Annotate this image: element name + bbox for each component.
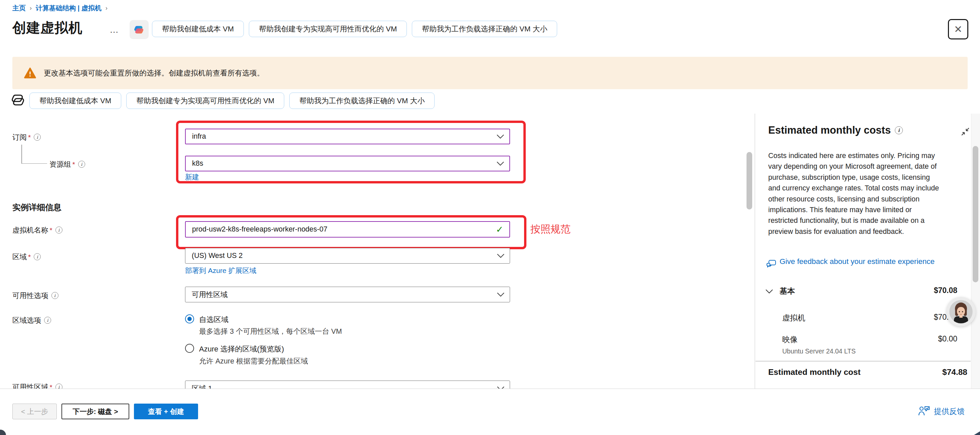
edge-zone-link[interactable]: 部署到 Azure 扩展区域 [185, 266, 256, 275]
cost-panel-scrollbar[interactable] [973, 146, 978, 282]
info-icon[interactable]: i [56, 384, 62, 389]
resource-group-dropdown[interactable]: k8s [185, 156, 510, 171]
copilot-button[interactable] [130, 20, 149, 39]
previous-step-button[interactable]: < 上一步 [12, 403, 57, 419]
suggestion-right-vm-size[interactable]: 帮助我为工作负载选择正确的 VM 大小 [289, 92, 434, 109]
breadcrumb-section-link[interactable]: 计算基础结构 | 虚拟机 [36, 4, 102, 13]
chevron-down-icon[interactable] [765, 289, 773, 294]
required-mark: * [73, 160, 75, 168]
resource-group-label: 资源组 * i [49, 159, 85, 169]
panel-divider [754, 113, 755, 389]
chevron-down-icon [497, 386, 504, 389]
availability-options-label: 可用性选项 i [12, 291, 59, 300]
required-mark: * [50, 226, 52, 234]
info-icon[interactable]: i [78, 161, 85, 168]
estimate-feedback-link[interactable]: Give feedback about your estimate experi… [780, 256, 937, 267]
info-icon[interactable]: i [44, 317, 51, 324]
breadcrumb-separator: › [30, 5, 32, 12]
instance-details-heading: 实例详细信息 [12, 202, 62, 213]
more-menu-button[interactable]: … [110, 25, 119, 35]
availability-zone-label: 可用性区域 * i [12, 382, 62, 389]
radio-self-selected-zone[interactable] [185, 314, 194, 323]
suggestion-low-cost-vm[interactable]: 帮助我创建低成本 VM [29, 92, 121, 109]
cost-total-amount: $74.88 [899, 368, 967, 377]
cost-total-divider [756, 361, 970, 362]
create-new-resource-group-link[interactable]: 新建 [185, 172, 199, 182]
radio-azure-selected-zone-desc: 允许 Azure 根据需要分配最佳区域 [199, 356, 308, 366]
vm-name-input[interactable]: prod-usw2-k8s-freeleaps-worker-nodes-07 … [185, 221, 510, 237]
required-mark: * [28, 133, 31, 141]
cost-panel-description: Costs indicated here are estimates only.… [768, 150, 942, 237]
assistant-avatar[interactable] [946, 297, 976, 327]
chevron-down-icon [497, 161, 504, 166]
suggestion-high-availability-vm[interactable]: 帮助我创建专为实现高可用性而优化的 VM [126, 92, 284, 109]
copilot-icon [133, 24, 145, 36]
region-label-text: 区域 [12, 252, 27, 261]
info-icon[interactable]: i [51, 292, 59, 299]
region-value: (US) West US 2 [192, 252, 243, 260]
required-mark: * [28, 253, 31, 261]
info-icon[interactable]: i [34, 134, 41, 141]
availability-options-dropdown[interactable]: 可用性区域 [185, 287, 510, 302]
breadcrumb-home-link[interactable]: 主页 [12, 4, 26, 13]
info-icon[interactable]: i [34, 253, 41, 260]
resource-group-value: k8s [192, 159, 203, 168]
info-icon[interactable]: i [56, 226, 62, 234]
subscription-label-text: 订阅 [12, 132, 27, 142]
cost-panel-title-text: Estimated monthly costs [768, 124, 891, 136]
availability-zone-dropdown[interactable]: 区域 1 [185, 381, 510, 389]
header-suggestions: 帮助我创建低成本 VM 帮助我创建专为实现高可用性而优化的 VM 帮助我为工作负… [152, 21, 557, 37]
availability-zone-value: 区域 1 [192, 384, 212, 389]
info-icon[interactable]: i [895, 126, 903, 134]
availability-options-label-text: 可用性选项 [12, 291, 48, 300]
body-suggestions: 帮助我创建低成本 VM 帮助我创建专为实现高可用性而优化的 VM 帮助我为工作负… [29, 92, 434, 109]
tree-connector-horizontal [21, 163, 47, 164]
chevron-down-icon [497, 292, 504, 297]
footer-bar: < 上一步 下一步: 磁盘 > 查看 + 创建 提供反馈 [0, 389, 980, 435]
next-step-disks-button[interactable]: 下一步: 磁盘 > [62, 403, 129, 419]
vm-name-value: prod-usw2-k8s-freeleaps-worker-nodes-07 [192, 225, 327, 234]
chevron-down-icon [497, 134, 504, 139]
cost-panel-title: Estimated monthly costs i [768, 124, 903, 136]
chevron-down-icon [497, 253, 504, 258]
radio-azure-selected-zone[interactable] [185, 344, 194, 353]
required-mark: * [50, 383, 52, 389]
main-scrollbar[interactable] [746, 152, 752, 209]
breadcrumb: 主页 › 计算基础结构 | 虚拟机 › [12, 4, 108, 13]
subscription-dropdown[interactable]: infra [185, 129, 510, 144]
cost-total-label: Estimated monthly cost [768, 368, 861, 377]
cost-item-label: 虚拟机 [782, 313, 805, 323]
review-create-button[interactable]: 查看 + 创建 [134, 403, 198, 419]
collapse-panel-icon[interactable] [961, 127, 970, 136]
radio-self-selected-zone-label[interactable]: 自选区域 [199, 315, 229, 325]
cost-item-label: 映像 [782, 335, 798, 345]
region-label: 区域 * i [12, 252, 41, 261]
zone-options-label-text: 区域选项 [12, 315, 41, 325]
tree-connector-vertical [21, 145, 22, 164]
give-feedback-link[interactable]: 提供反馈 [934, 406, 965, 417]
warning-icon [24, 67, 37, 79]
subscription-label: 订阅 * i [12, 132, 41, 142]
suggestion-right-vm-size[interactable]: 帮助我为工作负载选择正确的 VM 大小 [412, 21, 557, 37]
suggestion-low-cost-vm[interactable]: 帮助我创建低成本 VM [152, 21, 244, 37]
cost-group-amount: $70.08 [888, 286, 957, 295]
availability-options-value: 可用性区域 [192, 290, 228, 300]
close-button[interactable]: ✕ [948, 19, 968, 40]
suggestion-high-availability-vm[interactable]: 帮助我创建专为实现高可用性而优化的 VM [249, 21, 407, 37]
cost-group-label[interactable]: 基本 [780, 286, 795, 296]
avatar-icon [948, 299, 974, 324]
warning-text: 更改基本选项可能会重置所做的选择。创建虚拟机前查看所有选项。 [44, 68, 264, 78]
close-icon: ✕ [954, 23, 962, 35]
zone-options-label: 区域选项 i [12, 315, 51, 325]
vm-name-label: 虚拟机名称 * i [12, 225, 62, 235]
cost-item-amount: $0.00 [888, 335, 957, 343]
region-dropdown[interactable]: (US) West US 2 [185, 248, 510, 264]
radio-azure-selected-zone-label[interactable]: Azure 选择的区域(预览版) [199, 344, 284, 354]
subscription-value: infra [192, 132, 206, 141]
radio-self-selected-zone-desc: 最多选择 3 个可用性区域，每个区域一台 VM [199, 327, 342, 336]
corner-widget-right [974, 431, 980, 435]
valid-check-icon: ✓ [496, 224, 503, 235]
warning-banner: 更改基本选项可能会重置所做的选择。创建虚拟机前查看所有选项。 [12, 57, 968, 89]
availability-zone-label-text: 可用性区域 [12, 382, 48, 389]
breadcrumb-separator: › [105, 5, 108, 12]
